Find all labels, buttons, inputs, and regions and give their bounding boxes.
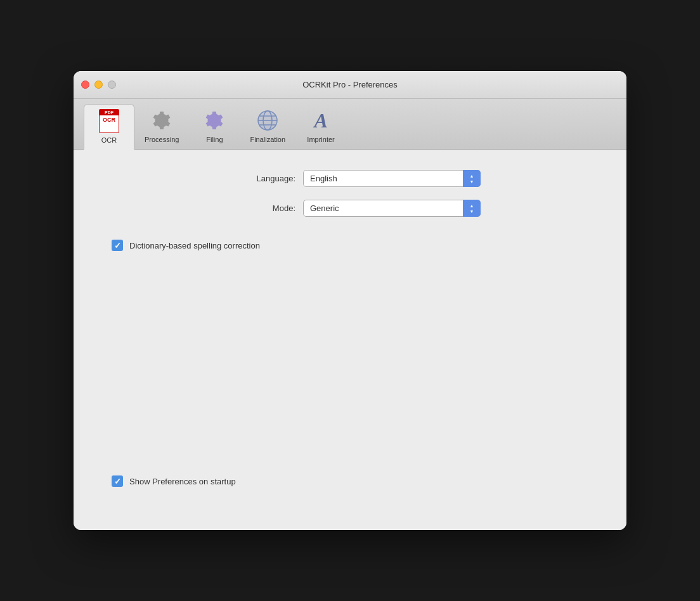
- mode-select-wrapper: Generic Document Photo Table: [303, 200, 481, 217]
- finalization-icon: [255, 108, 280, 133]
- tab-filing[interactable]: Filing: [189, 104, 240, 149]
- content-area: Language: English French German Spanish …: [74, 150, 626, 530]
- filing-icon: [202, 108, 227, 133]
- show-preferences-checkbox[interactable]: [112, 475, 123, 487]
- maximize-button[interactable]: [108, 81, 116, 89]
- spelling-correction-row: Dictionary-based spelling correction: [112, 240, 588, 251]
- svg-point-5: [258, 111, 277, 130]
- preferences-window: OCRKit Pro - Preferences PDF OCR OCR: [74, 71, 626, 530]
- imprinter-icon: A: [308, 108, 334, 133]
- tab-finalization[interactable]: Finalization: [240, 104, 295, 149]
- window-title: OCRKit Pro - Preferences: [302, 80, 398, 89]
- minimize-button[interactable]: [94, 81, 103, 89]
- close-button[interactable]: [81, 81, 89, 89]
- tab-imprinter-label: Imprinter: [307, 136, 334, 143]
- mode-select[interactable]: Generic Document Photo Table: [303, 200, 481, 217]
- mode-row: Mode: Generic Document Photo Table: [99, 200, 601, 217]
- tab-processing-label: Processing: [145, 136, 179, 143]
- language-label: Language:: [219, 174, 295, 183]
- spelling-correction-checkbox[interactable]: [112, 240, 123, 251]
- tab-ocr-label: OCR: [101, 136, 117, 144]
- toolbar: PDF OCR OCR Processing: [74, 99, 626, 150]
- tab-finalization-label: Finalization: [250, 136, 285, 143]
- show-preferences-row: Show Preferences on startup: [112, 475, 588, 487]
- spelling-correction-label: Dictionary-based spelling correction: [129, 241, 260, 250]
- mode-label: Mode:: [219, 204, 295, 213]
- tab-processing[interactable]: Processing: [134, 104, 189, 149]
- processing-icon: [149, 108, 174, 133]
- language-select[interactable]: English French German Spanish: [303, 170, 481, 187]
- language-select-wrapper: English French German Spanish: [303, 170, 481, 187]
- show-preferences-label: Show Preferences on startup: [129, 477, 236, 486]
- tab-filing-label: Filing: [206, 136, 223, 143]
- tab-ocr[interactable]: PDF OCR OCR: [84, 104, 134, 150]
- tab-imprinter[interactable]: A Imprinter: [295, 104, 346, 149]
- language-row: Language: English French German Spanish: [99, 170, 601, 187]
- window-controls: [81, 81, 116, 89]
- ocr-icon: PDF OCR: [96, 108, 122, 134]
- title-bar: OCRKit Pro - Preferences: [74, 71, 626, 99]
